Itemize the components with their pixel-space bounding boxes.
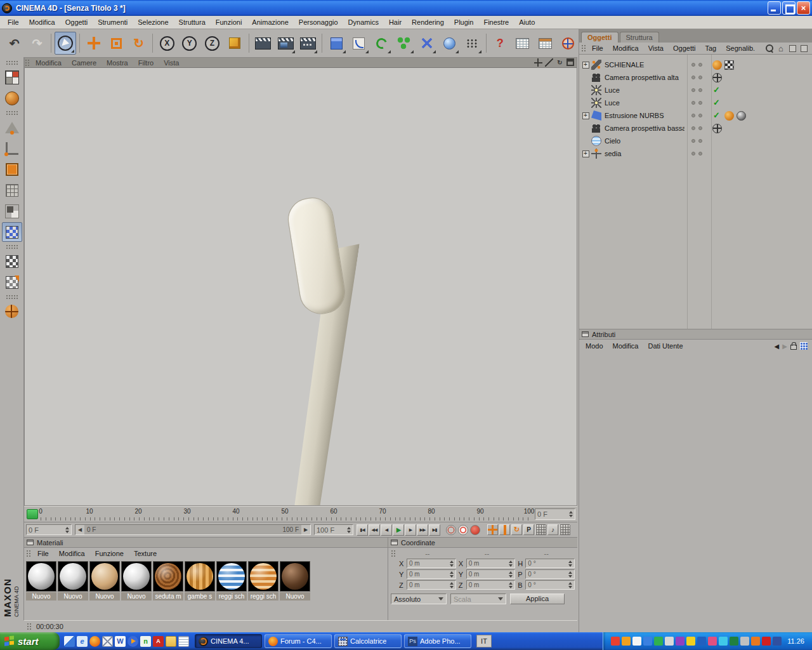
- materials-grip[interactable]: [26, 550, 32, 557]
- history-forward-icon[interactable]: [782, 343, 787, 350]
- object-label[interactable]: Estrusione NURBS: [605, 112, 684, 119]
- rot-b-field[interactable]: 0 °: [525, 580, 575, 590]
- tab-struttura[interactable]: Struttura: [620, 32, 659, 43]
- lock-z-button[interactable]: Z: [202, 32, 223, 55]
- size-x-spinner[interactable]: [508, 560, 513, 567]
- om-menu-tag[interactable]: Tag: [700, 44, 721, 52]
- attr-menu-modifica[interactable]: Modifica: [608, 342, 643, 350]
- tray-icon[interactable]: [751, 637, 760, 646]
- size-y-spinner[interactable]: [508, 571, 513, 578]
- object-row[interactable]: Estrusione NURBS: [579, 109, 812, 122]
- mail-icon[interactable]: [102, 636, 113, 647]
- tag-icon[interactable]: [712, 60, 722, 70]
- toolbar-grip[interactable]: [6, 110, 18, 115]
- tray-icon[interactable]: [697, 637, 706, 646]
- undo-button[interactable]: [4, 32, 25, 55]
- object-manager-grip[interactable]: [581, 44, 587, 52]
- rot-h-spinner[interactable]: [567, 560, 572, 567]
- goto-end-button[interactable]: ▶▮: [429, 524, 440, 536]
- editor-visibility-dot[interactable]: [691, 101, 695, 105]
- position-header[interactable]: --: [399, 550, 456, 557]
- start-frame-field[interactable]: 0 F: [26, 524, 72, 535]
- tray-icon[interactable]: [643, 637, 652, 646]
- viewport-menu-vista[interactable]: Vista: [159, 59, 184, 67]
- coordinates-grip[interactable]: [391, 550, 396, 557]
- tag-icon[interactable]: [712, 98, 722, 108]
- tray-icon[interactable]: [611, 637, 620, 646]
- range-right-handle[interactable]: ▶: [301, 525, 310, 534]
- tag-icon[interactable]: [737, 73, 746, 83]
- rotation-header[interactable]: --: [518, 550, 575, 557]
- viewport-menu-camere[interactable]: Camere: [67, 59, 102, 67]
- add-deformer-button[interactable]: [416, 32, 438, 55]
- start-frame-spinner[interactable]: [64, 527, 69, 533]
- rotate-tool-button[interactable]: [128, 32, 150, 55]
- make-editable-button[interactable]: [2, 117, 22, 137]
- messenger-icon[interactable]: [140, 636, 151, 647]
- tag-icon[interactable]: [724, 111, 734, 121]
- tag-icon[interactable]: [737, 111, 746, 121]
- layout-button[interactable]: [2, 67, 22, 87]
- window-titlebar[interactable]: CINEMA 4D - [Senza Titolo 3 *] ×: [0, 0, 812, 16]
- viewport-menu-filtro[interactable]: Filtro: [133, 59, 159, 67]
- viewport-grip[interactable]: [25, 59, 30, 67]
- tab-oggetti[interactable]: Oggetti: [581, 32, 619, 43]
- viewport-menu-mostra[interactable]: Mostra: [102, 59, 133, 67]
- object-row[interactable]: Luce: [579, 96, 812, 109]
- object-row[interactable]: Camera prospettiva alta: [579, 71, 812, 84]
- prev-frame-button[interactable]: ◀: [381, 524, 392, 536]
- size-y-field[interactable]: 0 m: [466, 569, 516, 579]
- editor-visibility-dot[interactable]: [691, 152, 695, 156]
- add-primitive-button[interactable]: [325, 32, 347, 55]
- object-label[interactable]: SCHIENALE: [605, 61, 684, 69]
- notes-icon[interactable]: [178, 636, 189, 647]
- tag-icon[interactable]: [712, 111, 722, 121]
- next-frame-button[interactable]: ▶: [405, 524, 416, 536]
- material-thumbnail[interactable]: [216, 561, 247, 592]
- tray-icon[interactable]: [665, 637, 674, 646]
- start-button[interactable]: start: [0, 632, 60, 650]
- material-thumbnail[interactable]: [153, 561, 183, 592]
- size-z-field[interactable]: 0 m: [466, 580, 516, 590]
- material-item[interactable]: Nuovo: [26, 561, 56, 600]
- attr-menu-dati-utente[interactable]: Dati Utente: [644, 342, 688, 350]
- tag-icon[interactable]: [737, 98, 746, 108]
- material-mode-button[interactable]: [2, 88, 22, 108]
- render-visibility-dot[interactable]: [698, 139, 702, 143]
- add-modeling-object-button[interactable]: [393, 32, 415, 55]
- om-menu-modifica[interactable]: Modifica: [608, 44, 643, 52]
- taskbar-clock[interactable]: 11.26: [783, 637, 808, 645]
- language-indicator[interactable]: IT: [476, 635, 492, 647]
- viewport-canvas[interactable]: [25, 68, 577, 505]
- record-scale-button[interactable]: [499, 524, 510, 535]
- materials-menu-file[interactable]: File: [33, 550, 53, 557]
- online-updater-button[interactable]: [557, 32, 579, 55]
- lock-x-button[interactable]: X: [156, 32, 178, 55]
- menu-funzioni[interactable]: Funzioni: [211, 17, 247, 27]
- menu-modifica[interactable]: Modifica: [24, 17, 60, 27]
- render-visibility-dot[interactable]: [698, 126, 702, 130]
- layout-grid-icon[interactable]: [800, 342, 808, 350]
- om-menu-oggetti[interactable]: Oggetti: [669, 44, 700, 52]
- collapse-icon[interactable]: [789, 45, 796, 52]
- tag-icon[interactable]: [737, 60, 746, 70]
- rot-h-field[interactable]: 0 °: [525, 559, 575, 568]
- search-icon[interactable]: [765, 44, 774, 53]
- material-thumbnail[interactable]: [121, 561, 152, 592]
- material-item[interactable]: reggi sch: [248, 561, 278, 600]
- content-browser-button[interactable]: [512, 32, 534, 55]
- expand-icon[interactable]: [582, 112, 589, 119]
- object-mode-button[interactable]: [2, 201, 22, 221]
- menu-selezione[interactable]: Selezione: [133, 17, 173, 27]
- material-thumbnail[interactable]: [185, 561, 215, 592]
- rot-p-spinner[interactable]: [567, 571, 572, 578]
- object-label[interactable]: Camera prospettiva bassa: [605, 124, 684, 132]
- firefox-icon[interactable]: [89, 636, 100, 647]
- render-visibility-dot[interactable]: [698, 114, 702, 117]
- tray-icon[interactable]: [708, 637, 717, 646]
- end-frame-field[interactable]: 100 F: [314, 524, 353, 535]
- editor-visibility-dot[interactable]: [691, 88, 695, 92]
- redo-button[interactable]: [27, 32, 48, 55]
- workplane-mode-button[interactable]: [2, 180, 22, 200]
- home-icon[interactable]: [776, 44, 785, 53]
